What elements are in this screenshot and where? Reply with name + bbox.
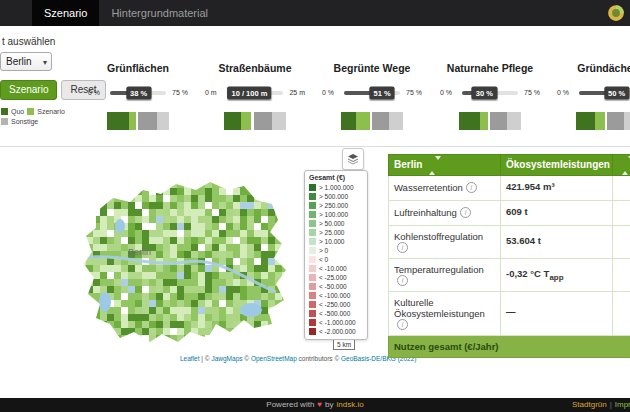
row-label: Wasserretention — [394, 182, 463, 193]
berlin-choropleth[interactable]: Berlin — [58, 160, 308, 355]
legend-label-sonstige: Sonstige — [11, 118, 38, 125]
chart-segment — [490, 112, 507, 130]
app-logo-icon[interactable] — [607, 4, 625, 22]
slider-title: Begrünte Wege — [320, 62, 424, 74]
tab-hintergrundmaterial[interactable]: Hintergrundmaterial — [99, 0, 220, 26]
slider-max-label: 75 % — [520, 89, 540, 96]
map-legend-title: Gesamt (€) — [309, 174, 363, 181]
attribution-text: contributors © — [297, 355, 341, 362]
column-header-label: Ökosystemleistungen — [506, 159, 610, 170]
slider-track[interactable]: 50 % — [579, 91, 630, 95]
info-icon[interactable]: i — [397, 242, 408, 253]
row-value-sub: app — [549, 273, 563, 282]
legend-swatch — [309, 301, 316, 308]
slider-title: Naturnahe Pflege — [438, 62, 542, 74]
slider-bar-chart — [107, 112, 169, 130]
slider-title: Grünflächen — [86, 62, 190, 74]
empty-cell — [613, 291, 630, 335]
layers-control-button[interactable] — [342, 148, 364, 170]
slider-handle[interactable]: 38 % — [126, 86, 151, 99]
city-select[interactable]: Berlin ▾ — [0, 52, 52, 71]
map-legend-item: < -250.000 — [309, 300, 363, 309]
legend-label: > 50.000 — [319, 220, 344, 227]
legend-label: > 10.000 — [319, 238, 344, 245]
slider-title: Gründächer — [555, 62, 630, 74]
chart-segment — [224, 112, 241, 130]
footer-link-stadtgruen[interactable]: Stadtgrün — [572, 398, 607, 412]
slider-track[interactable]: 38 % — [110, 91, 166, 95]
attribution-link[interactable]: Leaflet — [180, 355, 200, 362]
row-value: 421.954 m³ — [506, 181, 555, 192]
slider-handle[interactable]: 30 % — [472, 86, 497, 99]
map-scale-control: 5 km — [333, 340, 355, 350]
table-footer-label: Nutzen gesamt (€/Jahr) — [389, 335, 630, 357]
table-row-luftreinhaltung: Luftreinhaltungi 609 t — [389, 200, 630, 225]
legend-label: < -1.000.000 — [319, 319, 356, 326]
legend-label: < 0 — [319, 256, 328, 263]
chart-segment — [356, 112, 370, 130]
sort-icon — [429, 160, 441, 171]
legend-label: < -2.000.000 — [319, 328, 356, 335]
legend-swatch-quo — [1, 108, 8, 115]
top-navbar: Szenario Hintergrundmaterial — [0, 0, 630, 26]
slider-bar-chart — [459, 112, 521, 130]
ecosystem-services-table: Berlin Ökosystemleistungen Wasserretenti… — [388, 154, 630, 358]
map-legend-item: < -50.000 — [309, 282, 363, 291]
info-icon[interactable]: i — [460, 207, 471, 218]
map-legend-item: < -500.000 — [309, 309, 363, 318]
legend-label: < -250.000 — [319, 301, 350, 308]
map-legend-item: < -100.000 — [309, 291, 363, 300]
legend-swatch — [309, 274, 316, 281]
powered-link[interactable]: indsk.io — [337, 398, 364, 412]
chart-segment — [107, 112, 129, 130]
info-icon[interactable]: i — [466, 182, 477, 193]
attribution-link[interactable]: JawgMaps — [211, 355, 242, 362]
map-legend-item: > 250.000 — [309, 201, 363, 210]
slider-track[interactable]: 10 / 100 m — [227, 91, 283, 95]
legend-label: > 0 — [319, 247, 328, 254]
slider-min-label: 0 m — [205, 89, 225, 96]
chart-segment — [507, 112, 521, 130]
map-legend-item: > 1.000.000 — [309, 183, 363, 192]
empty-cell — [613, 258, 630, 291]
slider-track[interactable]: 30 % — [462, 91, 518, 95]
table-row-kulturelle: Kulturelle Ökosystemleistungeni — — [389, 291, 630, 335]
column-header-city[interactable]: Berlin — [389, 155, 501, 176]
attribution-link[interactable]: OpenStreetMap — [251, 355, 297, 362]
sort-icon — [622, 160, 630, 171]
layers-icon — [347, 153, 359, 165]
slider-track[interactable]: 51 % — [344, 91, 400, 95]
info-icon[interactable]: i — [397, 275, 408, 286]
chart-segment — [341, 112, 356, 130]
chart-segment — [576, 112, 595, 130]
legend-label: < -10.000 — [319, 265, 347, 272]
table-row-wasserretention: Wasserretentioni 421.954 m³ — [389, 175, 630, 200]
column-header-extra[interactable] — [613, 155, 630, 176]
legend-swatch — [309, 211, 316, 218]
column-header-services[interactable]: Ökosystemleistungen — [501, 155, 613, 176]
chart-segment — [254, 112, 273, 130]
row-value: 53.604 t — [506, 235, 541, 246]
table-header-row: Berlin Ökosystemleistungen — [389, 155, 630, 176]
map-legend-item: > 10.000 — [309, 237, 363, 246]
legend-label: < -50.000 — [319, 283, 347, 290]
slider-max-label: 75 % — [168, 89, 188, 96]
slider-handle[interactable]: 10 / 100 m — [227, 86, 271, 99]
tab-szenario[interactable]: Szenario — [32, 0, 99, 26]
footer-link-impressum[interactable]: Impressum — [615, 398, 630, 412]
slider-handle[interactable]: 50 % — [604, 86, 629, 99]
map-legend-item: < -1.000.000 — [309, 318, 363, 327]
chart-segment — [389, 112, 403, 130]
chart-segment — [607, 112, 624, 130]
legend-swatch-szenario — [27, 108, 34, 115]
legend-label-szenario: Szenario — [37, 108, 65, 115]
row-label: Temperaturregulation — [394, 264, 484, 275]
leaflet-map[interactable]: Berlin Gesamt (€) > 1.000.000> 500.000> … — [0, 146, 386, 366]
slider-handle[interactable]: 51 % — [370, 86, 395, 99]
bar-chart-legend: Quo Szenario Sonstige — [1, 108, 65, 128]
legend-swatch — [309, 238, 316, 245]
szenario-button[interactable]: Szenario — [0, 80, 57, 100]
slider-title: Straßenbäume — [203, 62, 307, 74]
info-icon[interactable]: i — [397, 319, 408, 330]
empty-cell — [613, 200, 630, 225]
